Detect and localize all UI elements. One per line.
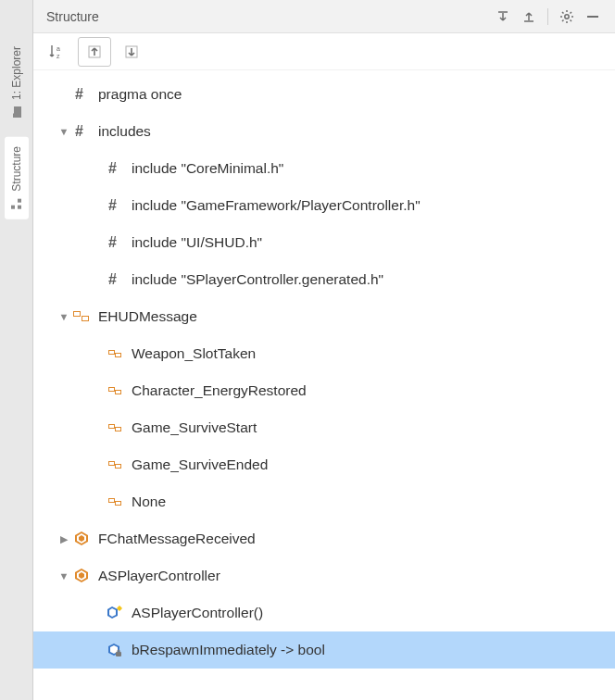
svg-rect-0 <box>11 206 15 209</box>
tree-node-label: None <box>132 494 166 510</box>
separator <box>547 8 548 25</box>
svg-rect-2 <box>18 199 21 203</box>
panel-header: Structure <box>33 0 615 33</box>
tree-node[interactable]: ▼#include "SPlayerController.generated.h… <box>33 261 615 298</box>
svg-text:#: # <box>108 160 117 176</box>
hash-icon: # <box>106 233 124 252</box>
tree-node[interactable]: ▼ASPlayerController() <box>33 594 615 631</box>
sidetab-label: Structure <box>10 146 23 192</box>
structure-tree[interactable]: ▼#pragma once▼#includes▼#include "CoreMi… <box>33 70 615 700</box>
tree-node[interactable]: ▼#include "GameFramework/PlayerControlle… <box>33 187 615 224</box>
folder-icon <box>10 106 23 119</box>
ctor-icon <box>106 604 124 622</box>
svg-text:#: # <box>75 86 83 102</box>
chevron-down-icon[interactable]: ▼ <box>56 126 72 137</box>
svg-point-3 <box>565 14 569 18</box>
tree-node-label: Weapon_SlotTaken <box>132 345 256 362</box>
tree-node[interactable]: ▼#include "CoreMinimal.h" <box>33 150 615 187</box>
svg-rect-39 <box>116 652 121 656</box>
tree-node-label: FChatMessageReceived <box>98 531 256 547</box>
tree-node[interactable]: ▼Game_SurviveStart <box>33 409 615 446</box>
tree-node-label: include "CoreMinimal.h" <box>132 160 283 177</box>
sidetab-explorer[interactable]: 1: Explorer <box>5 37 29 128</box>
chevron-right-icon[interactable]: ▶ <box>56 533 72 545</box>
structure-icon <box>10 197 23 210</box>
svg-rect-17 <box>82 317 88 320</box>
svg-text:#: # <box>108 271 117 287</box>
enumv-icon <box>106 344 124 363</box>
struct-icon <box>72 567 91 585</box>
sidetab-structure[interactable]: Structure <box>5 137 29 219</box>
tree-node-label: include "SPlayerController.generated.h" <box>132 271 383 288</box>
hash-icon: # <box>106 196 124 215</box>
tree-node-label: pragma once <box>98 86 182 103</box>
svg-rect-28 <box>109 425 114 428</box>
tree-node-label: include "UI/SHUD.h" <box>132 234 262 251</box>
tree-node-label: include "GameFramework/PlayerController.… <box>132 197 420 214</box>
settings-button[interactable] <box>554 4 580 30</box>
hash-icon: # <box>72 122 91 141</box>
tree-node[interactable]: ▼#include "UI/SHUD.h" <box>33 224 615 261</box>
expand-all-button[interactable] <box>516 4 542 30</box>
svg-rect-20 <box>109 351 114 354</box>
enum-icon <box>72 307 91 326</box>
svg-point-38 <box>118 606 121 610</box>
chevron-down-icon[interactable]: ▼ <box>56 311 72 322</box>
autoscroll-to-source-button[interactable] <box>78 37 111 67</box>
tree-node-label: includes <box>98 123 151 140</box>
chevron-down-icon[interactable]: ▼ <box>56 570 72 581</box>
svg-rect-29 <box>116 428 120 431</box>
hash-icon: # <box>106 159 124 178</box>
panel-title: Structure <box>43 9 490 24</box>
tree-node[interactable]: ▼EHUDMessage <box>33 298 615 335</box>
sidetab-label: 1: Explorer <box>10 46 23 100</box>
tree-node[interactable]: ▼Character_EnergyRestored <box>33 372 615 409</box>
svg-text:#: # <box>108 234 117 250</box>
tree-node[interactable]: ▼#pragma once <box>33 76 615 113</box>
struct-icon <box>72 530 91 548</box>
tree-node-label: EHUDMessage <box>98 308 197 325</box>
tree-node-label: bRespawnImmediately -> bool <box>132 642 325 658</box>
collapse-all-button[interactable] <box>490 4 516 30</box>
tree-node[interactable]: ▼ASPlayerController <box>33 557 615 594</box>
enumv-icon <box>106 381 124 400</box>
svg-rect-33 <box>116 465 120 468</box>
field-icon <box>106 641 124 659</box>
svg-rect-21 <box>116 354 120 356</box>
tree-node-label: ASPlayerController() <box>132 605 263 621</box>
structure-panel: Structure az ▼#pragma once▼#includes▼#in… <box>33 0 615 700</box>
minimize-button[interactable] <box>580 4 606 30</box>
tree-node-label: Game_SurviveStart <box>132 419 257 436</box>
svg-text:a: a <box>56 45 60 52</box>
svg-rect-24 <box>109 388 114 391</box>
tree-node[interactable]: ▼#includes <box>33 113 615 150</box>
tree-node-label: Character_EnergyRestored <box>132 382 307 399</box>
svg-rect-36 <box>109 499 114 502</box>
side-tabstrip: 1: Explorer Structure <box>0 0 33 700</box>
sort-alpha-button[interactable]: az <box>41 37 74 67</box>
tree-node[interactable]: ▼Weapon_SlotTaken <box>33 335 615 372</box>
tree-node[interactable]: ▼None <box>33 483 615 520</box>
enumv-icon <box>106 419 124 437</box>
svg-text:z: z <box>56 53 60 59</box>
hash-icon: # <box>72 85 91 104</box>
svg-text:#: # <box>108 197 117 213</box>
enumv-icon <box>106 493 124 511</box>
svg-rect-37 <box>116 502 120 505</box>
tree-node[interactable]: ▶FChatMessageReceived <box>33 520 615 557</box>
tree-node[interactable]: ▼bRespawnImmediately -> bool <box>33 631 615 669</box>
svg-rect-1 <box>18 206 21 209</box>
tree-node-label: ASPlayerController <box>98 568 220 584</box>
autoscroll-from-source-button[interactable] <box>115 37 148 67</box>
tree-node-label: Game_SurviveEnded <box>132 456 268 473</box>
svg-text:#: # <box>75 123 83 139</box>
structure-toolbar: az <box>33 33 615 70</box>
svg-rect-16 <box>74 312 80 316</box>
enumv-icon <box>106 456 124 474</box>
svg-rect-25 <box>116 391 120 394</box>
tree-node[interactable]: ▼Game_SurviveEnded <box>33 446 615 483</box>
hash-icon: # <box>106 270 124 289</box>
svg-rect-32 <box>109 462 114 465</box>
